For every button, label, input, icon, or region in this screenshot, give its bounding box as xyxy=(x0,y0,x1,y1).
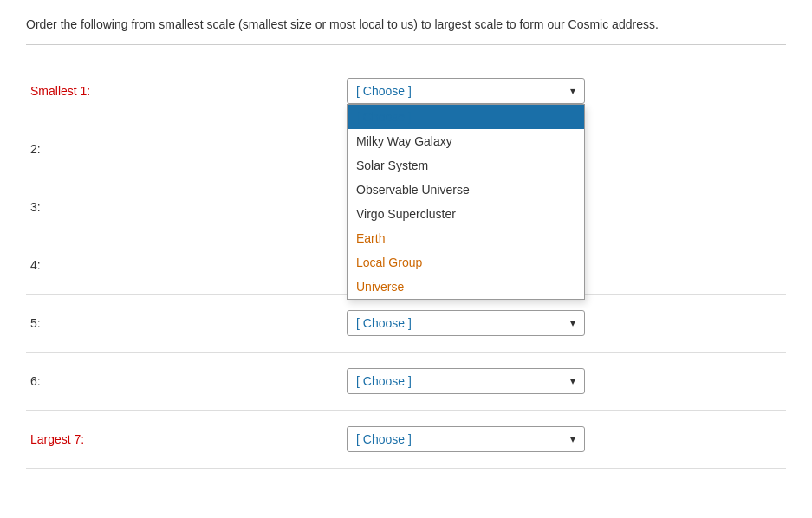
select-text-5: [ Choose ] xyxy=(356,316,412,330)
select-1[interactable]: [ Choose ]▾ xyxy=(347,78,585,104)
dropdown-item-virgo-supercluster[interactable]: Virgo Supercluster xyxy=(348,202,584,226)
dropdown-item-solar-system[interactable]: Solar System xyxy=(348,153,584,178)
select-7[interactable]: [ Choose ]▾ xyxy=(347,426,585,452)
row-label-3: 3: xyxy=(26,200,347,214)
form-row-1: Smallest 1:[ Choose ]▾[ Choose ]Milky Wa… xyxy=(26,62,786,120)
form-row-6: 6:[ Choose ]▾ xyxy=(26,353,786,411)
select-5[interactable]: [ Choose ]▾ xyxy=(347,310,585,336)
row-label-7: Largest 7: xyxy=(26,432,347,446)
select-wrapper-1: [ Choose ]▾[ Choose ]Milky Way GalaxySol… xyxy=(347,78,585,104)
select-wrapper-7: [ Choose ]▾ xyxy=(347,426,585,452)
dropdown-item-universe[interactable]: Universe xyxy=(348,275,584,299)
form-row-7: Largest 7:[ Choose ]▾ xyxy=(26,411,786,469)
select-text-1: [ Choose ] xyxy=(356,84,412,98)
select-wrapper-6: [ Choose ]▾ xyxy=(347,368,585,394)
dropdown-item-earth[interactable]: Earth xyxy=(348,226,584,250)
row-label-1: Smallest 1: xyxy=(26,84,347,98)
select-wrapper-5: [ Choose ]▾ xyxy=(347,310,585,336)
row-label-2: 2: xyxy=(26,142,347,156)
select-6[interactable]: [ Choose ]▾ xyxy=(347,368,585,394)
row-label-5: 5: xyxy=(26,316,347,330)
row-label-4: 4: xyxy=(26,258,347,272)
row-label-6: 6: xyxy=(26,374,347,388)
chevron-down-icon: ▾ xyxy=(570,85,575,97)
dropdown-item-local-group[interactable]: Local Group xyxy=(348,250,584,275)
select-text-6: [ Choose ] xyxy=(356,374,412,388)
dropdown-item-choose[interactable]: [ Choose ] xyxy=(348,105,584,129)
chevron-down-icon: ▾ xyxy=(570,375,575,387)
select-text-7: [ Choose ] xyxy=(356,432,412,446)
dropdown-item-milky-way[interactable]: Milky Way Galaxy xyxy=(348,129,584,153)
form-row-5: 5:[ Choose ]▾ xyxy=(26,295,786,353)
chevron-down-icon: ▾ xyxy=(570,433,575,445)
dropdown-1: [ Choose ]Milky Way GalaxySolar SystemOb… xyxy=(347,104,585,300)
instructions-text: Order the following from smallest scale … xyxy=(26,17,786,45)
dropdown-item-observable-universe[interactable]: Observable Universe xyxy=(348,178,584,202)
chevron-down-icon: ▾ xyxy=(570,317,575,329)
